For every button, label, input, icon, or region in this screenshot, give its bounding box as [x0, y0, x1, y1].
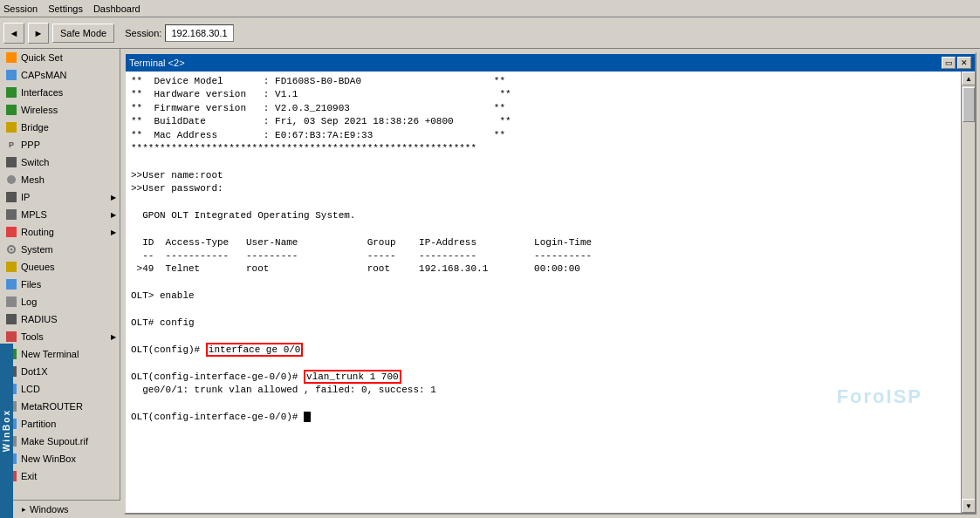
- sidebar-item-tools[interactable]: Tools: [0, 328, 120, 345]
- back-button[interactable]: ◄: [3, 23, 24, 44]
- sidebar-item-log[interactable]: Log: [0, 293, 120, 310]
- sidebar-item-exit[interactable]: Exit: [0, 467, 120, 485]
- cursor: [304, 412, 311, 422]
- sidebar-item-metarouter[interactable]: MetaROUTER: [0, 398, 120, 415]
- sidebar-item-switch[interactable]: Switch: [0, 153, 120, 171]
- terminal-window: Terminal <2> ▭ ✕ ** Device Model : FD160…: [124, 52, 977, 515]
- sidebar-item-newwinbox[interactable]: New WinBox: [0, 450, 120, 467]
- sidebar-item-label-interfaces: Interfaces: [21, 87, 63, 98]
- switch-icon: [5, 156, 17, 168]
- routing-icon: [5, 226, 17, 238]
- sidebar-item-label-tools: Tools: [21, 331, 44, 342]
- windows-label: Windows: [30, 504, 69, 515]
- menu-dashboard[interactable]: Dashboard: [93, 3, 140, 14]
- svg-rect-8: [6, 209, 17, 220]
- svg-rect-12: [6, 262, 17, 272]
- session-value: 192.168.30.1: [165, 24, 233, 42]
- ppp-icon: P: [5, 139, 17, 151]
- svg-rect-15: [6, 314, 17, 324]
- sidebar-item-label-system: System: [21, 244, 53, 255]
- svg-rect-5: [6, 157, 17, 167]
- log-icon: [5, 296, 17, 308]
- sidebar-item-label-ppp: PPP: [21, 140, 40, 150]
- sidebar-item-quickset[interactable]: Quick Set: [0, 49, 120, 66]
- terminal-content-wrapper: ** Device Model : FD1608S-B0-BDA0 ** ** …: [126, 72, 975, 513]
- sidebar-item-label-lcd: LCD: [21, 384, 40, 394]
- windows-icon: ▸: [22, 505, 26, 514]
- sidebar-item-label-quickset: Quick Set: [21, 52, 63, 63]
- sidebar-item-label-queues: Queues: [21, 262, 55, 272]
- content-area: Terminal <2> ▭ ✕ ** Device Model : FD160…: [120, 49, 980, 518]
- mpls-icon: [5, 208, 17, 221]
- cmd-highlight-1: interface ge 0/0: [206, 343, 304, 357]
- sidebar-item-dot1x[interactable]: Dot1X: [0, 363, 120, 380]
- capsman-icon: [5, 69, 17, 81]
- sidebar-item-label-log: Log: [21, 296, 37, 307]
- sidebar-item-radius[interactable]: RADIUS: [0, 310, 120, 328]
- sidebar-item-label-newwinbox: New WinBox: [21, 453, 76, 464]
- sidebar-item-mesh[interactable]: Mesh: [0, 171, 120, 188]
- sidebar-item-newterminal[interactable]: New Terminal: [0, 345, 120, 363]
- mesh-icon: [5, 174, 17, 186]
- bridge-icon: [5, 121, 17, 133]
- forward-button[interactable]: ►: [28, 23, 49, 44]
- sidebar-item-capsman[interactable]: CAPsMAN: [0, 66, 120, 84]
- sidebar-item-bridge[interactable]: Bridge: [0, 119, 120, 136]
- radius-icon: [5, 313, 17, 325]
- sidebar-item-label-newterminal: New Terminal: [21, 349, 79, 359]
- svg-point-11: [10, 249, 13, 251]
- cmd-highlight-2: vlan_trunk 1 700: [304, 370, 401, 384]
- sidebar-item-makesupout[interactable]: Make Supout.rif: [0, 433, 120, 450]
- sidebar-item-files[interactable]: Files: [0, 276, 120, 293]
- windows-bar: ▸ Windows: [13, 500, 120, 518]
- tools-icon: [5, 331, 17, 343]
- sidebar-item-label-metarouter: MetaROUTER: [21, 401, 83, 412]
- sidebar-item-ip[interactable]: IP: [0, 188, 120, 206]
- close-button[interactable]: ✕: [957, 57, 971, 69]
- windows-item[interactable]: ▸ Windows: [17, 502, 117, 516]
- sidebar-item-queues[interactable]: Queues: [0, 258, 120, 276]
- sidebar-item-label-radius: RADIUS: [21, 314, 58, 324]
- sidebar-item-label-routing: Routing: [21, 227, 54, 237]
- wireless-icon: [5, 104, 17, 116]
- svg-rect-7: [6, 192, 17, 202]
- sidebar-item-label-mesh: Mesh: [21, 174, 45, 185]
- sidebar-item-partition[interactable]: Partition: [0, 415, 120, 433]
- sidebar-item-interfaces[interactable]: Interfaces: [0, 84, 120, 101]
- menu-settings[interactable]: Settings: [48, 3, 83, 14]
- toolbar: ◄ ► Safe Mode Session: 192.168.30.1: [0, 17, 980, 49]
- sidebar-item-label-ip: IP: [21, 192, 30, 202]
- svg-rect-0: [6, 52, 17, 63]
- sidebar-item-label-partition: Partition: [21, 419, 56, 429]
- main-layout: Quick SetCAPsMANInterfacesWirelessBridge…: [0, 49, 980, 518]
- scroll-thumb[interactable]: [963, 87, 975, 122]
- files-icon: [5, 278, 17, 290]
- svg-rect-14: [6, 296, 17, 307]
- svg-rect-9: [6, 227, 17, 237]
- terminal-body[interactable]: ** Device Model : FD1608S-B0-BDA0 ** ** …: [126, 72, 961, 513]
- terminal-scrollbar[interactable]: ▲ ▼: [961, 72, 975, 513]
- sidebar-item-mpls[interactable]: MPLS: [0, 206, 120, 223]
- scroll-up-button[interactable]: ▲: [962, 72, 975, 85]
- svg-rect-3: [6, 105, 17, 115]
- sidebar-item-lcd[interactable]: LCD: [0, 380, 120, 398]
- sidebar-item-routing[interactable]: Routing: [0, 223, 120, 241]
- session-label: Session:: [125, 28, 161, 38]
- menu-bar: Session Settings Dashboard: [0, 0, 980, 17]
- safe-mode-button[interactable]: Safe Mode: [52, 24, 114, 43]
- scroll-down-button[interactable]: ▼: [962, 499, 975, 513]
- sidebar-item-ppp[interactable]: PPPP: [0, 136, 120, 153]
- sidebar-item-label-bridge: Bridge: [21, 122, 49, 133]
- svg-point-6: [7, 175, 16, 184]
- sidebar: Quick SetCAPsMANInterfacesWirelessBridge…: [0, 49, 120, 518]
- restore-button[interactable]: ▭: [942, 57, 956, 69]
- svg-rect-4: [6, 122, 17, 133]
- sidebar-item-system[interactable]: System: [0, 241, 120, 258]
- sidebar-item-wireless[interactable]: Wireless: [0, 101, 120, 119]
- system-icon: [5, 243, 17, 256]
- winbox-label: WinBox: [2, 409, 11, 452]
- svg-rect-1: [6, 70, 17, 80]
- sidebar-item-label-wireless: Wireless: [21, 105, 58, 115]
- menu-session[interactable]: Session: [3, 3, 38, 14]
- terminal-titlebar: Terminal <2> ▭ ✕: [126, 54, 975, 72]
